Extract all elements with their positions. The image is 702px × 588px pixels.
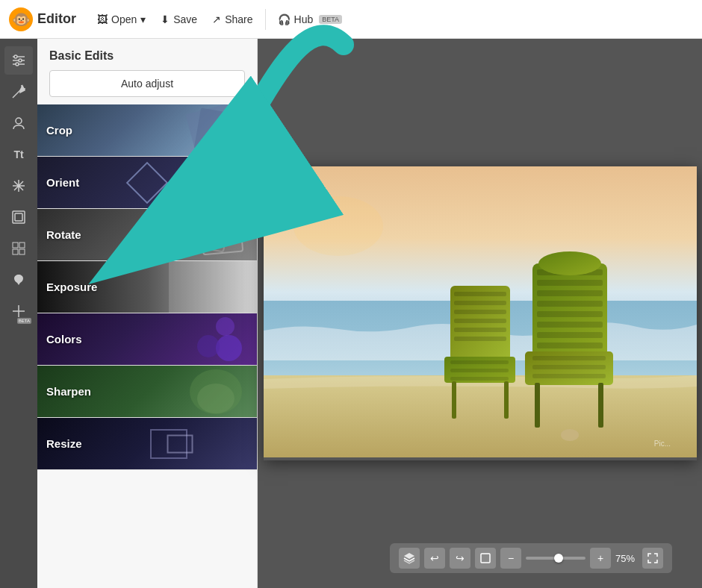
basic-edits-panel: Basic Edits Auto adjust Crop Orient	[37, 39, 258, 588]
sidebar-item-text[interactable]: Tt	[4, 140, 33, 169]
edit-item-orient[interactable]: Orient	[37, 157, 257, 209]
sidebar-item-magic-wand[interactable]	[4, 78, 33, 106]
layers-button[interactable]	[399, 548, 420, 569]
panel-title: Basic Edits	[37, 39, 257, 70]
svg-point-4	[19, 59, 22, 62]
redo-button[interactable]: ↪	[450, 548, 470, 569]
sidebar-item-sticker[interactable]: BETA	[4, 297, 33, 325]
svg-rect-33	[452, 381, 456, 419]
edit-item-crop[interactable]: Crop	[37, 104, 257, 157]
canvas-area: Pic... ↩ ↪ − + 75%	[258, 39, 702, 588]
beach-image: Pic...	[264, 166, 697, 457]
save-icon: ⬇	[161, 13, 170, 25]
svg-point-9	[16, 118, 22, 124]
svg-point-19	[293, 196, 383, 256]
zoom-in-button[interactable]: +	[590, 548, 611, 569]
image-container: Pic...	[264, 166, 697, 460]
bottom-toolbar: ↩ ↪ − + 75%	[390, 543, 672, 573]
zoom-value: 75%	[615, 553, 638, 564]
svg-rect-32	[450, 377, 509, 381]
svg-rect-25	[454, 310, 506, 314]
header: 🐵 Editor 🖼 Open ▾ ⬇ Save ↗ Share 🎧 Hub B…	[0, 0, 702, 39]
header-separator	[265, 9, 266, 30]
open-icon: 🖼	[97, 13, 108, 25]
svg-rect-31	[450, 369, 509, 372]
svg-rect-41	[537, 322, 603, 328]
app-title: Editor	[37, 11, 76, 27]
svg-rect-28	[454, 337, 506, 341]
svg-point-51	[561, 429, 579, 441]
open-button[interactable]: 🖼 Open ▾	[90, 9, 153, 30]
edit-item-colors[interactable]: Colors	[37, 313, 257, 366]
sidebar-item-texture[interactable]	[4, 234, 33, 263]
sidebar-item-effects[interactable]	[4, 172, 33, 200]
svg-line-6	[13, 90, 20, 98]
svg-rect-14	[13, 249, 18, 254]
save-button[interactable]: ⬇ Save	[153, 9, 205, 30]
svg-rect-27	[454, 328, 506, 332]
fullscreen-button[interactable]	[642, 548, 663, 569]
hub-button[interactable]: 🎧 Hub BETA	[270, 9, 350, 30]
svg-rect-39	[537, 301, 603, 307]
edit-item-resize[interactable]: Resize	[37, 418, 257, 470]
undo-button[interactable]: ↩	[424, 548, 445, 569]
beta-badge: BETA	[319, 15, 342, 24]
svg-rect-23	[454, 292, 506, 296]
sidebar-item-touch-up[interactable]	[4, 266, 33, 294]
main-layout: Tt	[0, 39, 702, 588]
svg-rect-30	[450, 360, 509, 364]
headphones-icon: 🎧	[278, 13, 291, 25]
edit-item-exposure[interactable]: Exposure	[37, 261, 257, 313]
share-button[interactable]: ↗ Share	[205, 9, 260, 30]
sidebar-item-frame[interactable]	[4, 203, 33, 231]
zoom-slider[interactable]	[526, 557, 585, 560]
edit-item-rotate[interactable]: Rotate	[37, 209, 257, 261]
svg-rect-12	[13, 243, 18, 248]
svg-rect-38	[537, 290, 603, 296]
left-toolbar: Tt	[0, 39, 37, 588]
svg-point-5	[16, 63, 19, 66]
svg-rect-42	[537, 332, 603, 338]
zoom-thumb[interactable]	[554, 554, 563, 563]
zoom-out-button[interactable]: −	[500, 548, 521, 569]
share-icon: ↗	[212, 13, 221, 25]
svg-rect-49	[535, 383, 540, 428]
logo-area: 🐵 Editor	[9, 7, 76, 31]
edit-item-sharpen[interactable]: Sharpen	[37, 366, 257, 418]
svg-rect-15	[19, 249, 25, 254]
svg-rect-26	[454, 319, 506, 323]
svg-point-3	[14, 55, 17, 58]
logo-icon: 🐵	[9, 7, 33, 31]
svg-rect-37	[537, 280, 603, 286]
chevron-down-icon: ▾	[140, 13, 146, 25]
svg-rect-46	[532, 356, 606, 360]
sidebar-item-portrait[interactable]	[4, 109, 33, 137]
auto-adjust-button[interactable]: Auto adjust	[49, 70, 245, 97]
svg-rect-50	[598, 383, 603, 428]
watermark-text: Pic...	[653, 440, 670, 448]
edit-list: Crop Orient Rotate	[37, 104, 257, 588]
crop-button[interactable]	[475, 548, 496, 569]
svg-rect-13	[19, 243, 25, 248]
sidebar-item-adjustments[interactable]	[4, 46, 33, 75]
svg-rect-48	[532, 374, 606, 378]
svg-rect-52	[481, 554, 490, 563]
svg-point-44	[538, 251, 601, 275]
svg-rect-24	[454, 301, 506, 305]
svg-rect-43	[537, 343, 603, 348]
svg-rect-47	[532, 365, 606, 369]
svg-rect-11	[15, 213, 22, 221]
svg-rect-34	[504, 381, 509, 419]
svg-rect-40	[537, 311, 603, 317]
